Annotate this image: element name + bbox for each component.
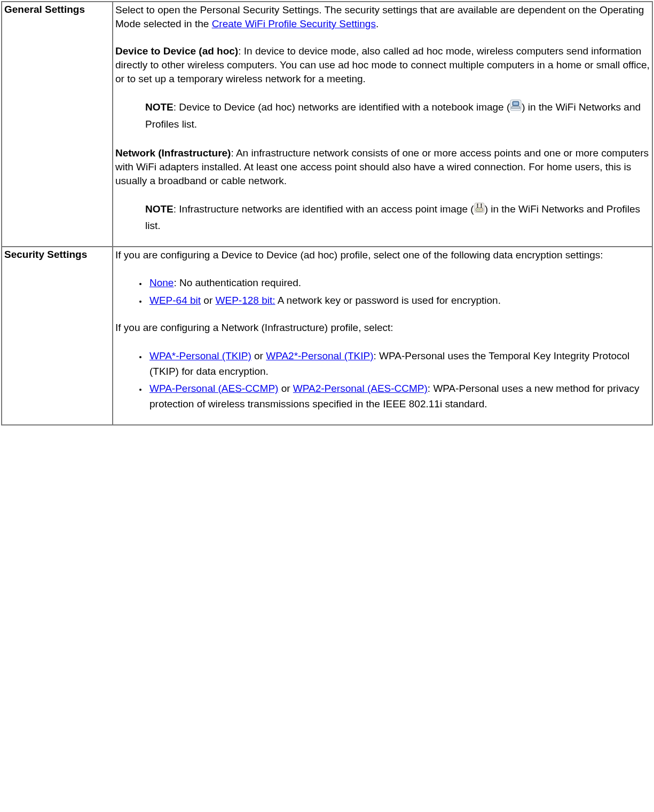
settings-table: General Settings Select to open the Pers… [1, 1, 653, 425]
link-wpa-personal-aes-ccmp[interactable]: WPA-Personal (AES-CCMP) [149, 383, 278, 394]
link-wpa2-personal-tkip[interactable]: WPA2*-Personal (TKIP) [266, 350, 373, 361]
intro-text-after-link: . [376, 18, 379, 29]
row-label-general-settings: General Settings [2, 2, 113, 247]
infra-encryption-list: WPA*-Personal (TKIP) or WPA2*-Personal (… [115, 349, 650, 412]
link-wep-128-bit[interactable]: WEP-128 bit: [216, 295, 275, 306]
table-row: Security Settings If you are configuring… [2, 247, 652, 425]
adhoc-paragraph: Device to Device (ad hoc): In device to … [115, 44, 650, 85]
adhoc-note-block: NOTE: Device to Device (ad hoc) networks… [145, 99, 650, 132]
list-item: WEP-64 bit or WEP-128 bit: A network key… [147, 293, 650, 309]
infra-note-text-before-icon: : Infrastructure networks are identified… [174, 203, 474, 215]
svg-point-6 [477, 203, 478, 204]
link-wpa2-personal-aes-ccmp[interactable]: WPA2-Personal (AES-CCMP) [293, 383, 428, 394]
infrastructure-label: Network (Infrastructure) [115, 147, 231, 159]
intro-text-before-link: Select to open the Personal Security Set… [115, 4, 644, 29]
link-none[interactable]: None [149, 277, 174, 288]
infrastructure-paragraph: Network (Infrastructure): An infrastruct… [115, 146, 650, 187]
notebook-icon [510, 99, 522, 116]
wep-text: A network key or password is used for en… [275, 295, 500, 306]
svg-point-10 [479, 209, 480, 210]
list-item: WPA-Personal (AES-CCMP) or WPA2-Personal… [147, 381, 650, 412]
security-adhoc-intro: If you are configuring a Device to Devic… [115, 248, 650, 262]
none-text: : No authentication required. [174, 277, 301, 288]
list-item: None: No authentication required. [147, 275, 650, 291]
note-label: NOTE [145, 203, 174, 215]
adhoc-encryption-list: None: No authentication required. WEP-64… [115, 275, 650, 308]
aes-or-text: or [278, 383, 293, 394]
tkip-or-text: or [251, 350, 266, 361]
adhoc-note-text-before-icon: : Device to Device (ad hoc) networks are… [174, 101, 510, 113]
wep-or-text: or [201, 295, 215, 306]
link-wpa-personal-tkip[interactable]: WPA*-Personal (TKIP) [149, 350, 251, 361]
note-label: NOTE [145, 101, 174, 113]
link-create-wifi-profile-security-settings[interactable]: Create WiFi Profile Security Settings [212, 18, 376, 29]
general-intro-paragraph: Select to open the Personal Security Set… [115, 3, 650, 30]
adhoc-label: Device to Device (ad hoc) [115, 45, 238, 57]
list-item: WPA*-Personal (TKIP) or WPA2*-Personal (… [147, 349, 650, 379]
svg-point-9 [477, 209, 478, 210]
security-infra-intro: If you are configuring a Network (Infras… [115, 321, 650, 335]
link-wep-64-bit[interactable]: WEP-64 bit [149, 295, 201, 306]
row-label-security-settings: Security Settings [2, 247, 113, 425]
infrastructure-note-block: NOTE: Infrastructure networks are identi… [145, 201, 650, 234]
table-row: General Settings Select to open the Pers… [2, 2, 652, 247]
document-page: General Settings Select to open the Pers… [0, 0, 654, 812]
row-content-general-settings: Select to open the Personal Security Set… [113, 2, 652, 247]
svg-point-11 [480, 209, 482, 210]
svg-point-7 [480, 203, 482, 204]
access-point-icon [474, 202, 485, 218]
row-content-security-settings: If you are configuring a Device to Devic… [113, 247, 652, 425]
svg-rect-2 [514, 103, 518, 105]
